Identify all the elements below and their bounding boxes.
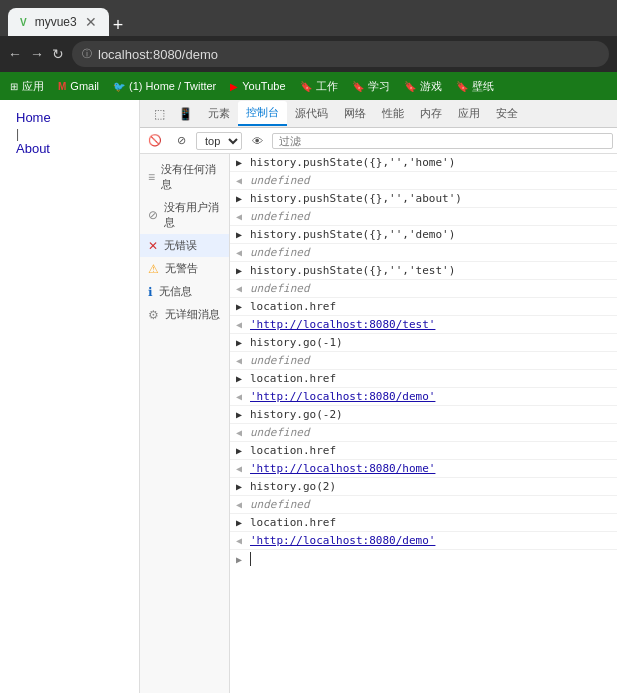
- tab-close-button[interactable]: ✕: [85, 14, 97, 30]
- tab-security[interactable]: 安全: [488, 102, 526, 125]
- console-line-text: history.go(-2): [250, 408, 613, 421]
- device-icon[interactable]: 📱: [174, 103, 196, 125]
- youtube-icon: ▶: [230, 81, 238, 92]
- console-line: ▶location.href: [230, 442, 617, 460]
- filter-input[interactable]: [272, 133, 613, 149]
- filter-no-warning[interactable]: ⚠ 无警告: [140, 257, 229, 280]
- console-line: ▶history.pushState({},'','about'): [230, 190, 617, 208]
- result-arrow: ◀: [236, 319, 250, 330]
- devtools-icons: ⬚ 📱: [144, 103, 200, 125]
- filter-no-user[interactable]: ⊘ 没有用户消息: [140, 196, 229, 234]
- bookmark-games[interactable]: 🔖 游戏: [398, 77, 448, 96]
- console-line-text: history.pushState({},'','test'): [250, 264, 613, 277]
- forward-button[interactable]: →: [30, 46, 44, 62]
- wallpaper-icon: 🔖: [456, 81, 468, 92]
- expand-arrow[interactable]: ▶: [236, 409, 250, 420]
- context-select[interactable]: top: [196, 132, 242, 150]
- console-line-text: 'http://localhost:8080/test': [250, 318, 613, 331]
- bookmarks-bar: ⊞ 应用 M Gmail 🐦 (1) Home / Twitter ▶ YouT…: [0, 72, 617, 100]
- bookmark-youtube[interactable]: ▶ YouTube: [224, 78, 291, 94]
- tab-console[interactable]: 控制台: [238, 101, 287, 126]
- filter-no-verbose[interactable]: ⚙ 无详细消息: [140, 303, 229, 326]
- bookmark-wallpaper[interactable]: 🔖 壁纸: [450, 77, 500, 96]
- error-icon: ✕: [148, 239, 158, 253]
- tab-sources[interactable]: 源代码: [287, 102, 336, 125]
- filter-no-verbose-label: 无详细消息: [165, 307, 220, 322]
- active-tab[interactable]: V myvue3 ✕: [8, 8, 109, 36]
- bookmark-work[interactable]: 🔖 工作: [294, 77, 344, 96]
- console-line-text: location.href: [250, 516, 613, 529]
- bookmark-apps-label: 应用: [22, 79, 44, 94]
- result-arrow: ◀: [236, 355, 250, 366]
- back-button[interactable]: ←: [8, 46, 22, 62]
- console-line-text: undefined: [250, 282, 613, 295]
- result-arrow: ◀: [236, 283, 250, 294]
- filter-no-error[interactable]: ✕ 无错误: [140, 234, 229, 257]
- inspect-icon[interactable]: ⬚: [148, 103, 170, 125]
- bookmark-youtube-label: YouTube: [242, 80, 285, 92]
- clear-console-button[interactable]: 🚫: [144, 130, 166, 152]
- about-link[interactable]: About: [16, 141, 123, 156]
- devtools-panel: ⬚ 📱 元素 控制台 源代码 网络 性能 内存 应用 安全 🚫 ⊘ top 👁: [140, 100, 617, 693]
- apps-icon: ⊞: [10, 81, 18, 92]
- console-line: ◀'http://localhost:8080/demo': [230, 388, 617, 406]
- expand-arrow[interactable]: ▶: [236, 337, 250, 348]
- bookmark-apps[interactable]: ⊞ 应用: [4, 77, 50, 96]
- bookmark-wallpaper-label: 壁纸: [472, 79, 494, 94]
- result-arrow: ◀: [236, 427, 250, 438]
- url-box[interactable]: ⓘ localhost:8080/demo: [72, 41, 609, 67]
- expand-arrow[interactable]: ▶: [236, 517, 250, 528]
- tab-elements[interactable]: 元素: [200, 102, 238, 125]
- eye-button[interactable]: 👁: [246, 130, 268, 152]
- console-line-text: location.href: [250, 372, 613, 385]
- tab-network[interactable]: 网络: [336, 102, 374, 125]
- expand-arrow[interactable]: ▶: [236, 265, 250, 276]
- filter-no-info[interactable]: ℹ 无信息: [140, 280, 229, 303]
- filter-sidebar: ≡ 没有任何消息 ⊘ 没有用户消息 ✕ 无错误 ⚠ 无警告 ℹ 无信息: [140, 154, 230, 693]
- bookmark-twitter[interactable]: 🐦 (1) Home / Twitter: [107, 78, 222, 94]
- expand-arrow[interactable]: ▶: [236, 193, 250, 204]
- console-line: ▶history.pushState({},'','home'): [230, 154, 617, 172]
- tab-application[interactable]: 应用: [450, 102, 488, 125]
- expand-arrow[interactable]: ▶: [236, 445, 250, 456]
- tab-bar: V myvue3 ✕ +: [8, 0, 123, 36]
- result-arrow: ◀: [236, 247, 250, 258]
- expand-arrow[interactable]: ▶: [236, 157, 250, 168]
- console-line: ▶history.go(-1): [230, 334, 617, 352]
- tab-memory[interactable]: 内存: [412, 102, 450, 125]
- expand-arrow[interactable]: ▶: [236, 301, 250, 312]
- home-link[interactable]: Home: [16, 110, 123, 125]
- ban-button[interactable]: ⊘: [170, 130, 192, 152]
- bookmark-work-label: 工作: [316, 79, 338, 94]
- console-line: ◀undefined: [230, 352, 617, 370]
- bookmark-gmail[interactable]: M Gmail: [52, 78, 105, 94]
- url-text: localhost:8080/demo: [98, 47, 218, 62]
- console-line-text: undefined: [250, 498, 613, 511]
- result-arrow: ◀: [236, 211, 250, 222]
- bookmark-gmail-label: Gmail: [70, 80, 99, 92]
- tab-favicon: V: [20, 17, 27, 28]
- console-input-line[interactable]: ▶: [230, 550, 617, 568]
- games-icon: 🔖: [404, 81, 416, 92]
- filter-no-warning-label: 无警告: [165, 261, 198, 276]
- expand-arrow[interactable]: ▶: [236, 373, 250, 384]
- page-area: Home | About ⬚ 📱 元素 控制台 源代码 网络 性能 内存 应用 …: [0, 100, 617, 693]
- console-line-text: undefined: [250, 426, 613, 439]
- devtools-tab-bar: ⬚ 📱 元素 控制台 源代码 网络 性能 内存 应用 安全: [140, 100, 617, 128]
- new-tab-button[interactable]: +: [113, 15, 124, 36]
- tab-performance[interactable]: 性能: [374, 102, 412, 125]
- result-arrow: ◀: [236, 535, 250, 546]
- bookmark-study[interactable]: 🔖 学习: [346, 77, 396, 96]
- filter-no-any[interactable]: ≡ 没有任何消息: [140, 158, 229, 196]
- expand-arrow[interactable]: ▶: [236, 229, 250, 240]
- console-line: ▶location.href: [230, 514, 617, 532]
- ban-icon: ⊘: [148, 208, 158, 222]
- console-line: ◀undefined: [230, 424, 617, 442]
- refresh-button[interactable]: ↻: [52, 46, 64, 62]
- console-line-text: undefined: [250, 174, 613, 187]
- console-line-text: history.pushState({},'','home'): [250, 156, 613, 169]
- expand-arrow: ▶: [236, 554, 250, 565]
- tab-title: myvue3: [35, 15, 77, 29]
- expand-arrow[interactable]: ▶: [236, 481, 250, 492]
- web-links: Home | About: [16, 110, 123, 156]
